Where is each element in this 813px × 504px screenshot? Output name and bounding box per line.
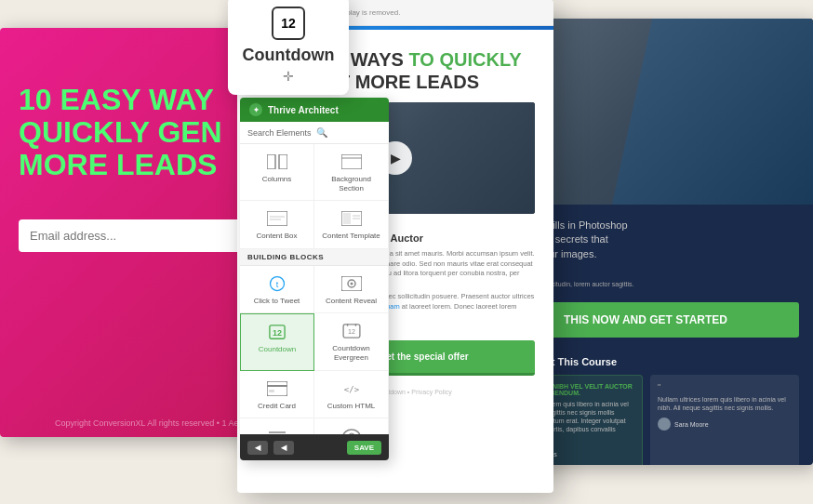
svg-rect-24 <box>269 390 274 392</box>
headline-green: TO QUICKLY <box>408 49 521 70</box>
click-to-tweet-icon: t <box>264 273 290 294</box>
testimonial-card-2: " Nullam ultrices lorem quis libero in a… <box>650 375 799 465</box>
credit-card-label: Credit Card <box>258 402 296 411</box>
sidebar-grid: Columns Background Section Content Box C… <box>240 144 389 460</box>
search-icon: 🔍 <box>316 127 381 138</box>
svg-rect-2 <box>341 154 362 169</box>
author-2-name: Sara Moore <box>674 421 709 428</box>
move-cursor-icon: ✛ <box>283 69 294 84</box>
svg-rect-22 <box>267 381 287 396</box>
svg-text:t: t <box>275 280 278 289</box>
columns-icon <box>264 152 290 172</box>
background-section-icon <box>339 152 365 172</box>
custom-html-icon: </> <box>339 378 365 399</box>
sidebar-item-countdown[interactable]: 12 Countdown <box>240 313 314 370</box>
building-blocks-label: BUILDING BLOCKS <box>240 249 389 266</box>
content-template-icon <box>339 208 365 229</box>
svg-text:12: 12 <box>348 328 355 336</box>
sidebar-item-custom-html[interactable]: </> Custom HTML <box>314 371 389 419</box>
toolbar-back-btn-2[interactable]: ◀ <box>273 441 294 455</box>
sidebar-item-content-template[interactable]: Content Template <box>314 201 389 249</box>
sidebar-item-content-reveal[interactable]: Content Reveal <box>314 266 389 314</box>
countdown-widget[interactable]: 12 Countdown ✛ <box>228 0 349 95</box>
svg-point-15 <box>350 282 353 285</box>
testimonial-2-author: Sara Moore <box>658 418 792 431</box>
sidebar-item-content-box[interactable]: Content Box <box>240 201 314 249</box>
sidebar-item-background-section[interactable]: Background Section <box>314 144 389 201</box>
toolbar-save-btn[interactable]: SAVE <box>347 441 381 455</box>
content-reveal-icon <box>339 273 365 294</box>
countdown-icon-box: 12 <box>272 7 305 40</box>
custom-html-label: Custom HTML <box>327 402 376 411</box>
background-section-label: Background Section <box>320 175 382 192</box>
svg-rect-4 <box>267 211 287 226</box>
author-2-avatar <box>658 418 671 431</box>
sidebar-item-credit-card[interactable]: Credit Card <box>240 371 314 419</box>
testimonial-2-text: Nullam ultrices lorem quis libero in aci… <box>658 395 792 412</box>
quote-mark-2: " <box>658 382 792 391</box>
sidebar-title: Thrive Architect <box>268 105 339 115</box>
countdown-sidebar-label: Countdown <box>259 345 296 354</box>
content-box-label: Content Box <box>256 232 297 241</box>
toolbar-back-btn-1[interactable]: ◀ <box>247 441 268 455</box>
content-reveal-label: Content Reveal <box>326 297 377 306</box>
svg-rect-8 <box>343 213 351 224</box>
sidebar-search-bar[interactable]: Search Elements 🔍 <box>240 122 389 144</box>
columns-label: Columns <box>262 175 292 184</box>
sidebar-item-columns[interactable]: Columns <box>240 144 314 201</box>
countdown-evergreen-icon: 12 <box>339 321 365 341</box>
countdown-evergreen-label: Countdown Evergreen <box>320 344 382 362</box>
countdown-label: Countdown <box>243 46 335 65</box>
search-placeholder-text: Search Elements <box>247 128 313 138</box>
thrive-architect-sidebar: ✦ Thrive Architect Search Elements 🔍 Col… <box>240 98 389 460</box>
sidebar-item-click-to-tweet[interactable]: t Click to Tweet <box>240 266 314 314</box>
svg-text:12: 12 <box>273 328 282 338</box>
credit-card-icon <box>264 378 290 399</box>
countdown-sidebar-icon: 12 <box>264 322 290 342</box>
click-to-tweet-label: Click to Tweet <box>254 297 300 306</box>
content-box-icon <box>264 208 290 229</box>
svg-text:</>: </> <box>343 385 359 394</box>
thrive-logo-icon: ✦ <box>249 103 262 116</box>
sidebar-item-countdown-evergreen[interactable]: 12 Countdown Evergreen <box>314 313 389 370</box>
svg-rect-1 <box>279 154 287 169</box>
countdown-number: 12 <box>281 16 296 31</box>
svg-rect-0 <box>267 154 275 169</box>
sidebar-header: ✦ Thrive Architect <box>240 98 389 122</box>
content-template-label: Content Template <box>322 232 380 241</box>
sidebar-bottom-toolbar: ◀ ◀ SAVE <box>240 434 389 460</box>
